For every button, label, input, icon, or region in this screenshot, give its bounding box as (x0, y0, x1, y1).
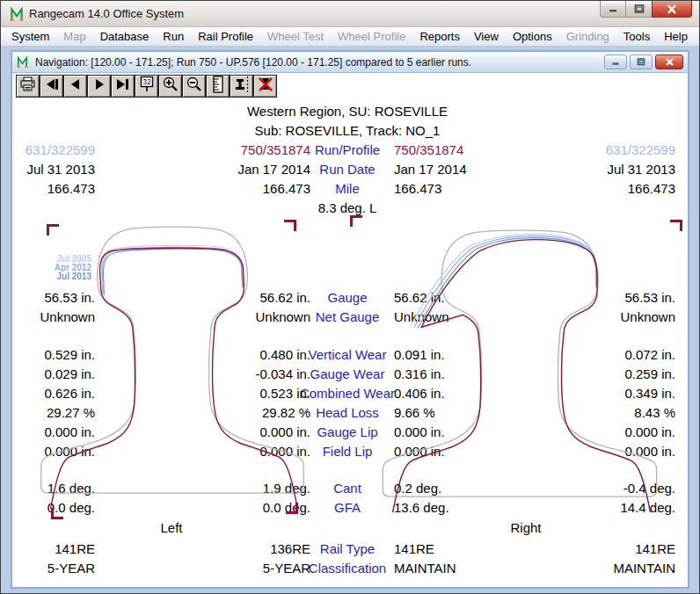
gauge-corner-marker (670, 220, 682, 231)
zoom-out-icon (186, 76, 203, 97)
app-logo-icon (9, 6, 25, 25)
zoom-out-button[interactable] (182, 75, 206, 98)
navigation-toolbar: 32 (12, 73, 688, 99)
nav-close-icon (665, 58, 674, 66)
menu-item-database[interactable]: Database (93, 28, 157, 45)
cell-combined-wear-1: 0.626 in. (19, 386, 95, 401)
cell-mile-4: 166.473 (505, 181, 675, 196)
menu-item-grinding: Grinding (559, 28, 616, 45)
minimize-icon (608, 4, 618, 13)
cell-run-date-1: Jul 31 2013 (19, 162, 95, 177)
menu-item-wheel-test: Wheel Test (260, 28, 331, 45)
menu-item-tools[interactable]: Tools (616, 28, 657, 45)
maximize-button[interactable] (626, 1, 652, 18)
maximize-icon (634, 4, 645, 13)
cell-run-profile-1: 631/322599 (19, 142, 95, 157)
profile-marker-button[interactable] (230, 75, 253, 98)
cell-run-profile-2: 750/351874 (144, 142, 310, 157)
base-corner-marker (51, 508, 63, 519)
right-rail-label: Right (482, 520, 570, 535)
app-window: Rangecam 14.0 Office System SystemMapDat… (0, 0, 700, 594)
nav-minimize-button[interactable] (604, 54, 627, 69)
cell-classification-2: 5-YEAR (144, 561, 310, 576)
cell-combined-wear-2: 0.523 in. (144, 386, 310, 401)
first-run-icon (44, 77, 60, 95)
menu-item-rail-profile[interactable]: Rail Profile (191, 28, 260, 45)
menu-item-options[interactable]: Options (506, 28, 559, 45)
cell-gauge-2: 56.62 in. (144, 290, 310, 305)
cell-gauge-lip-4: 0.000 in. (505, 424, 675, 439)
close-icon (666, 4, 678, 14)
menu-item-help[interactable]: Help (657, 28, 695, 45)
rail-comparison-view: Western Region, SU: ROSEVILLE Sub: ROSEV… (12, 99, 688, 587)
cancel-icon (257, 76, 274, 97)
cell-mile-1: 166.473 (19, 181, 95, 196)
cell-run-profile-4: 631/322599 (505, 142, 675, 157)
milepost-32-button[interactable]: 32 (135, 75, 158, 98)
cell-net-gauge-2: Unknown (144, 309, 310, 324)
cell-net-gauge-1: Unknown (19, 309, 95, 324)
cell-gauge-wear-4: 0.259 in. (505, 366, 675, 381)
last-run-icon (115, 77, 131, 95)
mdi-client-area: Navigation: [120.00 - 171.25]; Run 750 -… (1, 47, 699, 593)
cell-field-lip-2: 0.000 in. (144, 444, 310, 459)
navigation-window-title: Navigation: [120.00 - 171.25]; Run 750 -… (35, 56, 471, 69)
menu-item-view[interactable]: View (467, 28, 506, 45)
minimize-button[interactable] (600, 1, 626, 18)
cancel-button[interactable] (253, 75, 277, 98)
printer-icon (19, 76, 36, 96)
previous-run-button[interactable] (63, 75, 87, 98)
zoom-in-icon (162, 76, 179, 97)
cell-run-date-4: Jul 31 2013 (505, 162, 675, 177)
cell-net-gauge-4: Unknown (505, 309, 675, 324)
ruler-button[interactable] (206, 75, 230, 98)
base-corner-marker (286, 503, 298, 514)
cell-vertical-wear-2: 0.480 in. (144, 347, 310, 362)
milepost-32-icon: 32 (138, 76, 156, 97)
track-header: Sub: ROSEVILLE, Track: NO_1 (171, 123, 523, 138)
nav-restore-button[interactable] (630, 54, 653, 69)
cell-classification-4: MAINTAIN (505, 561, 675, 576)
cell-cant-4: -0.4 deg. (505, 481, 675, 496)
navigation-title-bar[interactable]: Navigation: [120.00 - 171.25]; Run 750 -… (12, 52, 688, 73)
curvature-value: 8.3 deg. L (277, 200, 418, 215)
svg-text:32: 32 (142, 77, 151, 86)
cell-cant-2: 1.9 deg. (144, 481, 310, 496)
cell-gauge-4: 56.53 in. (505, 290, 675, 305)
menu-item-run[interactable]: Run (156, 28, 191, 45)
gauge-corner-marker (284, 220, 296, 231)
cell-field-lip-4: 0.000 in. (505, 444, 675, 459)
cell-field-lip-1: 0.000 in. (19, 444, 95, 459)
gauge-corner-marker (350, 215, 362, 227)
cell-gauge-lip-1: 0.000 in. (19, 424, 95, 439)
ruler-icon (210, 76, 226, 97)
region-header: Western Region, SU: ROSEVILLE (171, 104, 523, 119)
menu-item-map: Map (56, 28, 92, 45)
nav-restore-icon (637, 58, 645, 66)
menu-item-system[interactable]: System (4, 28, 56, 45)
cell-head-loss-4: 8.43 % (505, 405, 675, 420)
cell-gauge-1: 56.53 in. (19, 290, 95, 305)
cell-head-loss-2: 29.82 % (144, 405, 310, 420)
profile-marker-icon (233, 76, 251, 97)
next-run-button[interactable] (87, 75, 111, 98)
cell-rail-type-4: 141RE (505, 541, 675, 556)
cell-gauge-lip-2: 0.000 in. (144, 424, 310, 439)
nav-close-button[interactable] (655, 54, 683, 69)
close-button[interactable] (652, 1, 692, 18)
zoom-in-button[interactable] (158, 75, 182, 98)
cell-combined-wear-4: 0.349 in. (505, 386, 675, 401)
cell-classification-1: 5-YEAR (19, 561, 95, 576)
menu-item-reports[interactable]: Reports (412, 28, 467, 45)
cell-cant-1: 1.6 deg. (19, 481, 95, 496)
printer-button[interactable] (16, 75, 40, 98)
gauge-corner-marker (47, 224, 59, 235)
cell-head-loss-1: 29.27 % (19, 405, 95, 420)
next-run-icon (92, 77, 106, 95)
cell-run-date-2: Jan 17 2014 (144, 162, 310, 177)
title-bar[interactable]: Rangecam 14.0 Office System (1, 1, 699, 27)
first-run-button[interactable] (40, 75, 63, 98)
menu-item-wheel-profile: Wheel Profile (331, 28, 412, 45)
cell-vertical-wear-4: 0.072 in. (505, 347, 675, 362)
last-run-button[interactable] (111, 75, 135, 98)
